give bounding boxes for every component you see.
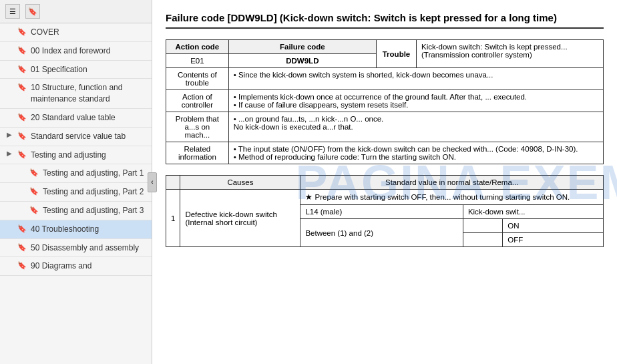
bookmark-icon-2: 🔖 <box>17 65 27 73</box>
sidebar-item-label-9: Testing and adjusting, Part 3 <box>43 205 146 216</box>
col-failure-code: Failure code <box>228 40 376 54</box>
causes-col-causes: Causes <box>180 176 300 190</box>
trouble-content-cell: Kick-down switch: Switch is kept pressed… <box>417 40 604 68</box>
causes-table: Causes Standard value in normal state/Re… <box>166 175 604 247</box>
sidebar-item-9[interactable]: 🔖Testing and adjusting, Part 3 <box>0 202 152 220</box>
sidebar-item-label-12: 90 Diagrams and <box>31 260 146 272</box>
sidebar-item-label-0: COVER <box>31 27 146 38</box>
causes-col-no <box>166 176 180 190</box>
cause-value-on: ON <box>503 219 604 233</box>
sidebar-item-6[interactable]: ▶🔖Testing and adjusting <box>0 146 152 165</box>
sidebar-item-label-2: 01 Specification <box>31 64 146 75</box>
cause-measurement-right: Kick-down swit... <box>463 205 603 219</box>
page-title: Failure code [DDW9LD] (Kick-down switch:… <box>166 11 604 29</box>
sidebar-item-4[interactable]: 🔖20 Standard value table <box>0 109 152 128</box>
sidebar-item-label-7: Testing and adjusting, Part 1 <box>43 168 146 179</box>
action-controller-content: • Implements kick-down once at occurrenc… <box>228 90 603 112</box>
sidebar-toolbar: ☰ 🔖 <box>0 0 152 23</box>
problem-label: Problem thata...s onmach... <box>166 112 229 142</box>
sidebar-item-label-11: 50 Disassembly and assembly <box>31 242 146 254</box>
info-table: Action code Failure code Trouble Kick-do… <box>166 39 604 164</box>
bookmark-icon-1: 🔖 <box>17 46 27 55</box>
bookmark-icon-6: 🔖 <box>17 150 27 159</box>
sidebar-item-2[interactable]: 🔖01 Specification <box>0 61 152 79</box>
sidebar-scroll: 🔖COVER🔖00 Index and foreword🔖01 Specific… <box>0 23 152 364</box>
failure-code-value: DDW9LD <box>228 54 376 68</box>
sidebar-item-label-4: 20 Standard value table <box>31 112 146 124</box>
sidebar-item-label-3: 10 Structure, function and maintenance s… <box>31 82 146 105</box>
bookmark-icon-8: 🔖 <box>29 187 39 196</box>
sidebar-item-7[interactable]: 🔖Testing and adjusting, Part 1 <box>0 164 152 183</box>
bookmark-icon-3: 🔖 <box>17 83 27 92</box>
trouble-label-cell: Trouble <box>377 40 417 68</box>
related-info-label: Relatedinformation <box>166 142 229 164</box>
sidebar: ☰ 🔖 🔖COVER🔖00 Index and foreword🔖01 Spec… <box>0 0 152 364</box>
bookmark-icon-7: 🔖 <box>29 168 39 177</box>
bookmark-icon-11: 🔖 <box>17 243 27 252</box>
sidebar-collapse-button[interactable]: ‹ <box>148 172 157 192</box>
bookmark-icon-12: 🔖 <box>17 261 27 270</box>
sidebar-item-11[interactable]: 🔖50 Disassembly and assembly <box>0 239 152 258</box>
main-content: PAGINA EXEMPLU Failure code [DDW9LD] (Ki… <box>152 0 617 364</box>
sidebar-item-1[interactable]: 🔖00 Index and foreword <box>0 42 152 61</box>
cause-no-1: 1 <box>166 190 180 247</box>
cause-value-off: OFF <box>503 233 604 247</box>
cause-measurement-label: L14 (male) <box>300 205 463 219</box>
causes-col-standard: Standard value in normal state/Rema... <box>300 176 604 190</box>
cause-desc-1: Defective kick-down switch (Internal sho… <box>180 190 300 247</box>
bookmark-icon-9: 🔖 <box>29 206 39 214</box>
sidebar-item-8[interactable]: 🔖Testing and adjusting, Part 2 <box>0 183 152 202</box>
cause-state-off <box>463 233 502 247</box>
contents-trouble-content: • Since the kick-down switch system is s… <box>228 68 603 90</box>
sidebar-item-label-1: 00 Index and foreword <box>31 45 146 57</box>
col-action-code: Action code <box>166 40 229 54</box>
contents-trouble-label: Contents oftrouble <box>166 68 229 90</box>
sidebar-item-label-6: Testing and adjusting <box>31 150 146 161</box>
sidebar-item-3[interactable]: 🔖10 Structure, function and maintenance … <box>0 79 152 109</box>
sidebar-item-10[interactable]: 🔖40 Troubleshooting <box>0 220 152 239</box>
sidebar-item-12[interactable]: 🔖90 Diagrams and <box>0 257 152 276</box>
related-info-content: • The input state (ON/OFF) from the kick… <box>228 142 603 164</box>
sidebar-item-0[interactable]: 🔖COVER <box>0 23 152 42</box>
cause-prepare: ★ Prepare with starting switch OFF, then… <box>300 190 604 205</box>
problem-content: • ...on ground fau...ts, ...n kick-...n … <box>228 112 603 142</box>
bookmark-icon-5: 🔖 <box>17 132 27 140</box>
sidebar-item-label-8: Testing and adjusting, Part 2 <box>43 186 146 198</box>
action-controller-label: Action ofcontroller <box>166 90 229 112</box>
sidebar-item-5[interactable]: ▶🔖Standard service value tab <box>0 128 152 146</box>
expand-arrow-5: ▶ <box>7 131 13 138</box>
sidebar-item-label-10: 40 Troubleshooting <box>31 224 146 235</box>
bookmark-icon-0: 🔖 <box>17 27 27 36</box>
expand-arrow-6: ▶ <box>7 150 13 157</box>
sidebar-wrapper: ☰ 🔖 🔖COVER🔖00 Index and foreword🔖01 Spec… <box>0 0 152 364</box>
menu-icon[interactable]: ☰ <box>5 4 20 19</box>
cause-state-on <box>463 219 502 233</box>
cause-between-label: Between (1) and (2) <box>300 219 463 247</box>
bookmark-icon-4: 🔖 <box>17 113 27 122</box>
bookmark-icon-10: 🔖 <box>17 224 27 233</box>
bookmark-icon[interactable]: 🔖 <box>25 4 40 19</box>
action-code-value: E01 <box>166 54 229 68</box>
sidebar-item-label-5: Standard service value tab <box>31 131 146 142</box>
